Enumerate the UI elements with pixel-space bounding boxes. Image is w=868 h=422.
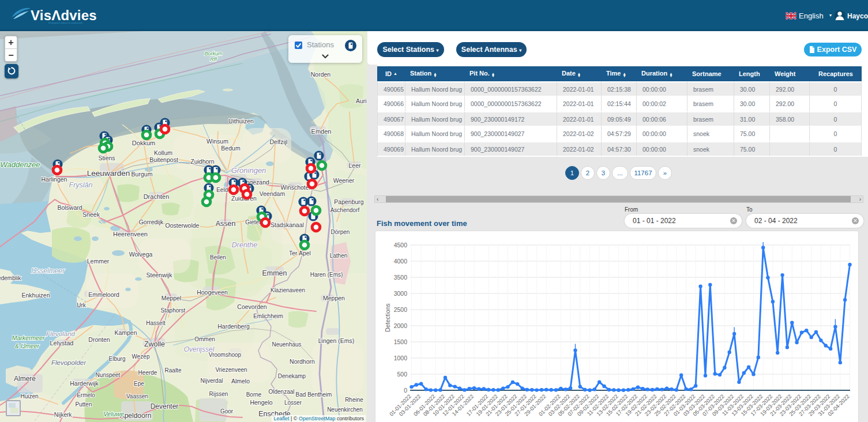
svg-text:Deventer: Deventer <box>151 402 179 410</box>
svg-text:Denekamp: Denekamp <box>278 373 306 379</box>
svg-text:Leer: Leer <box>348 162 361 169</box>
svg-text:Meppel: Meppel <box>161 295 181 302</box>
svg-text:Apeldoorn: Apeldoorn <box>120 412 152 420</box>
svg-text:Nijkerk: Nijkerk <box>54 412 73 418</box>
svg-text:Hoogeveen: Hoogeveen <box>197 289 228 296</box>
svg-text:Elburg: Elburg <box>109 356 126 362</box>
svg-text:Drachten: Drachten <box>144 193 170 200</box>
svg-text:Markermeer: Markermeer <box>12 334 45 341</box>
svg-text:Wolvega: Wolvega <box>129 251 153 258</box>
svg-text:Medemblik: Medemblik <box>0 275 21 281</box>
svg-text:Kampen: Kampen <box>114 329 137 336</box>
svg-text:Dronten: Dronten <box>88 336 110 343</box>
svg-text:Gorredijk: Gorredijk <box>139 218 164 225</box>
svg-text:Ermelo: Ermelo <box>77 392 95 398</box>
svg-text:Neuenhaus: Neuenhaus <box>272 341 301 348</box>
svg-text:Harlingen: Harlingen <box>42 176 67 183</box>
svg-text:Vriezenveen: Vriezenveen <box>215 367 247 373</box>
svg-text:Goor: Goor <box>220 408 234 415</box>
svg-text:Wezep: Wezep <box>132 353 150 360</box>
svg-text:Sneek: Sneek <box>82 211 100 218</box>
svg-text:Epe: Epe <box>134 380 144 387</box>
svg-text:Bolsward: Bolsward <box>57 204 82 211</box>
svg-text:Rijssen: Rijssen <box>209 391 228 397</box>
svg-text:Raalte: Raalte <box>165 367 182 374</box>
svg-text:Papenburg: Papenburg <box>334 198 364 205</box>
svg-text:Putten: Putten <box>76 401 92 408</box>
svg-text:Stadskanaal: Stadskanaal <box>270 221 304 228</box>
svg-text:Oldenzaal: Oldenzaal <box>268 389 294 395</box>
svg-text:Uithuizen: Uithuizen <box>228 118 254 125</box>
svg-text:Dörpen: Dörpen <box>331 229 350 235</box>
svg-text:Zuidhorn: Zuidhorn <box>190 158 215 165</box>
svg-text:Emmeloord: Emmeloord <box>88 291 119 298</box>
svg-text:Nordhorn: Nordhorn <box>290 358 315 365</box>
svg-text:Ter Apel: Ter Apel <box>289 250 311 257</box>
svg-text:Assen: Assen <box>216 220 236 228</box>
svg-text:Hasselt: Hasselt <box>146 320 166 326</box>
svg-text:Flevopolder: Flevopolder <box>51 359 87 366</box>
svg-text:Kollum: Kollum <box>154 149 172 156</box>
svg-text:Oosterwolde: Oosterwolde <box>166 222 200 229</box>
svg-text:Steenwijk: Steenwijk <box>146 272 173 278</box>
svg-text:Winsum: Winsum <box>206 138 228 145</box>
svg-text:Losser: Losser <box>284 400 302 406</box>
svg-text:Drenthe: Drenthe <box>232 241 258 249</box>
svg-text:Veluwe: Veluwe <box>103 410 124 417</box>
svg-text:Norden: Norden <box>311 71 331 78</box>
svg-text:Delfzijl: Delfzijl <box>270 138 288 145</box>
svg-text:Stiens: Stiens <box>98 155 115 161</box>
svg-text:Lelystad: Lelystad <box>50 340 74 346</box>
svg-text:Beilen: Beilen <box>210 254 226 261</box>
svg-text:Rheine: Rheine <box>345 397 363 403</box>
svg-text:Neuenkirchen: Neuenkirchen <box>327 406 363 413</box>
svg-text:Lathen: Lathen <box>330 253 348 259</box>
svg-text:Enkhuizen: Enkhuizen <box>21 292 50 299</box>
svg-text:Staphorst: Staphorst <box>161 307 186 314</box>
svg-text:Fryslân: Fryslân <box>69 181 93 189</box>
svg-text:Haren (Ems): Haren (Ems) <box>310 272 343 278</box>
svg-text:Borkum: Borkum <box>204 51 223 56</box>
svg-text:Overijssel: Overijssel <box>184 345 215 353</box>
svg-text:Bad Bentheim: Bad Bentheim <box>296 391 332 398</box>
svg-text:Buitenpost: Buitenpost <box>149 156 178 163</box>
svg-text:Weener: Weener <box>333 177 355 184</box>
svg-text:Almere: Almere <box>14 375 36 383</box>
svg-text:Nunspeet: Nunspeet <box>96 372 121 378</box>
svg-text:Emmen: Emmen <box>262 269 287 277</box>
svg-text:Harderwijk: Harderwijk <box>70 380 99 387</box>
svg-text:Almelo: Almelo <box>231 378 250 385</box>
svg-text:Klazienaveen: Klazienaveen <box>270 287 305 293</box>
svg-text:Vaassen: Vaassen <box>126 393 148 400</box>
svg-text:Veendam: Veendam <box>260 190 285 197</box>
svg-text:Borne: Borne <box>246 391 262 398</box>
svg-text:Waddenzee: Waddenzee <box>0 160 40 169</box>
svg-text:Rff: Rff <box>210 56 217 62</box>
svg-text:Emlichheim: Emlichheim <box>253 313 283 319</box>
svg-text:Heerenveen: Heerenveen <box>113 231 148 238</box>
svg-text:Coevorden: Coevorden <box>237 303 267 310</box>
svg-text:IJsselmeer: IJsselmeer <box>31 267 65 275</box>
svg-text:Emden: Emden <box>311 128 332 135</box>
svg-text:Huizen: Huizen <box>20 393 38 400</box>
svg-text:Zwolle: Zwolle <box>144 340 165 348</box>
svg-text:Hardenberg: Hardenberg <box>217 323 250 330</box>
svg-text:Ommen: Ommen <box>194 336 215 342</box>
svg-text:Meppen: Meppen <box>323 295 345 302</box>
svg-text:Burgum: Burgum <box>131 171 153 178</box>
svg-text:Leeuwarden: Leeuwarden <box>87 169 130 178</box>
svg-text:Bedum: Bedum <box>221 145 241 152</box>
svg-text:Groningen: Groningen <box>231 166 266 175</box>
svg-text:Aschendorf: Aschendorf <box>330 207 360 213</box>
svg-text:Lingen (Ems): Lingen (Ems) <box>318 337 354 344</box>
svg-text:& IJmeer: & IJmeer <box>15 342 40 349</box>
svg-text:Lemmer: Lemmer <box>87 258 110 265</box>
svg-text:Heerde: Heerde <box>138 370 157 376</box>
svg-text:Hengelo: Hengelo <box>250 399 272 406</box>
svg-text:Urk: Urk <box>77 302 87 308</box>
svg-text:Dokkum: Dokkum <box>132 140 155 146</box>
svg-text:Auric: Auric <box>356 97 367 104</box>
svg-text:Nijverdal: Nijverdal <box>201 378 223 384</box>
svg-text:Flevoland: Flevoland <box>46 330 75 337</box>
